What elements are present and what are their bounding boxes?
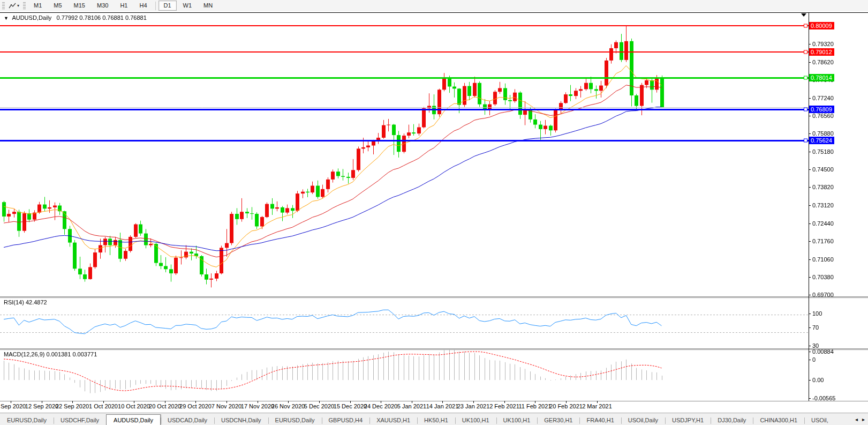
price-axis-tickmark: [809, 277, 811, 278]
tab-ger30-h1[interactable]: GER30,H1: [537, 415, 579, 425]
macd-panel-divider[interactable]: [0, 348, 868, 350]
price-line-badge: 0.78014: [809, 74, 834, 81]
price-axis-label: 0.76560: [812, 113, 834, 119]
chart-title: ▼ AUDUSD,Daily 0.77992 0.78106 0.76881 0…: [4, 14, 147, 21]
timeframe-button-h4[interactable]: H4: [134, 1, 152, 11]
macd-axis-label: -0.00565: [812, 395, 835, 401]
price-axis-tickmark: [809, 241, 811, 242]
tab-hk50-h1[interactable]: HK50,H1: [417, 415, 455, 425]
tab-usdchf-daily[interactable]: USDCHF,Daily: [54, 415, 106, 425]
tab-eurusd-daily[interactable]: EURUSD,Daily: [268, 415, 322, 425]
price-axis-tickmark: [809, 205, 811, 206]
line-anchor-marker[interactable]: [804, 138, 807, 142]
chevron-down-icon: ▾: [17, 3, 19, 8]
timeframe-toolbar: ▾ M1M5M15M30H1H4D1W1MN: [0, 0, 868, 12]
time-axis-label: 1 Oct 2020: [89, 403, 118, 409]
tab-usdcnh-daily[interactable]: USDCNH,Daily: [214, 415, 268, 425]
rsi-axis-tickmark: [809, 360, 811, 360]
timeframe-button-d1[interactable]: D1: [158, 1, 177, 11]
rsi-panel-divider[interactable]: [0, 296, 868, 298]
timeframe-button-h1[interactable]: H1: [115, 1, 133, 11]
time-axis-label: 20 Feb 2021: [549, 403, 583, 409]
macd-axis-label: 0.00884: [812, 348, 834, 355]
time-axis-label: 24 Dec 2020: [364, 403, 397, 409]
time-axis-label: 2 Mar 2021: [582, 403, 612, 409]
rsi-axis-tickmark: [809, 314, 811, 314]
rsi-axis-tickmark: [809, 346, 811, 346]
tab-fra40-h1[interactable]: FRA40,H1: [579, 415, 621, 425]
price-axis-label: 0.71060: [812, 256, 834, 263]
time-axis-label: 2 Feb 2021: [489, 403, 519, 409]
price-axis-label: 0.75180: [812, 148, 834, 155]
price-axis-tickmark: [809, 259, 811, 260]
price-axis-tickmark: [809, 116, 811, 116]
time-axis-label: 15 Dec 2020: [334, 403, 367, 409]
tab-eurusd-daily[interactable]: EURUSD,Daily: [0, 415, 54, 425]
tab-xauusd-h1[interactable]: XAUUSD,H1: [369, 415, 417, 425]
rsi-axis-label: 100: [812, 310, 822, 317]
toolbar-grip[interactable]: [23, 2, 26, 10]
tab-dj30-daily[interactable]: DJ30,Daily: [711, 415, 753, 425]
time-axis-label: 29 Oct 2020: [179, 403, 212, 409]
tab-scroll-left-icon[interactable]: ◂: [855, 416, 858, 422]
toolbar-grip[interactable]: [2, 2, 5, 10]
time-axis-label: 7 Nov 2020: [212, 403, 241, 409]
chart-window: ▼ AUDUSD,Daily 0.77992 0.78106 0.76881 0…: [0, 11, 868, 413]
price-chart-canvas[interactable]: [0, 13, 809, 296]
line-anchor-marker[interactable]: [804, 107, 807, 111]
macd-axis-tickmark: [809, 380, 811, 381]
price-axis-label: 0.79320: [812, 41, 834, 47]
time-axis-label: 22 Sep 2020: [56, 403, 89, 409]
rsi-axis-tickmark: [809, 327, 811, 328]
price-axis-tickmark: [809, 62, 811, 63]
line-studies-button[interactable]: ▾: [7, 1, 21, 11]
price-axis-border: [809, 12, 809, 401]
tab-uk100-h1[interactable]: UK100,H1: [496, 415, 538, 425]
price-axis-label: 0.77240: [812, 95, 834, 101]
price-axis-tickmark: [809, 169, 811, 170]
tab-scroll-controls: ◂ ▸: [852, 413, 868, 425]
price-axis-tickmark: [809, 44, 811, 44]
tab-audusd-daily[interactable]: AUDUSD,Daily: [106, 414, 161, 425]
tab-uk100-h1[interactable]: UK100,H1: [455, 415, 496, 425]
timeframe-button-m30[interactable]: M30: [92, 1, 114, 11]
price-axis-label: 0.69700: [812, 292, 834, 298]
time-axis-label: 14 Jan 2021: [426, 403, 459, 409]
tab-usoil-daily[interactable]: USOil,Daily: [621, 415, 665, 425]
time-axis-label: 5 Dec 2020: [304, 403, 334, 409]
time-axis-line: [0, 401, 868, 401]
time-axis-label: 3 Sep 2020: [0, 403, 26, 409]
rsi-panel-canvas[interactable]: [0, 298, 809, 348]
line-anchor-marker[interactable]: [804, 24, 807, 28]
price-line-badge: 0.76809: [809, 106, 834, 113]
timeframe-button-w1[interactable]: W1: [178, 1, 198, 11]
timeframe-button-m1[interactable]: M1: [28, 1, 47, 11]
timeframe-button-mn[interactable]: MN: [198, 1, 218, 11]
time-axis-label: 5 Jan 2021: [397, 403, 426, 409]
price-axis-tickmark: [809, 98, 811, 99]
tab-usdcad-daily[interactable]: USDCAD,Daily: [161, 415, 214, 425]
macd-panel-canvas[interactable]: [0, 350, 809, 401]
tab-usdjpy-h1[interactable]: USDJPY,H1: [665, 415, 711, 425]
line-anchor-marker[interactable]: [804, 76, 807, 80]
tab-usoil[interactable]: USOil,: [804, 415, 835, 425]
line-anchor-marker[interactable]: [804, 50, 807, 54]
price-axis-tickmark: [809, 133, 811, 134]
time-axis-label: 23 Jan 2021: [457, 403, 490, 409]
toolbar-separator: [155, 2, 156, 10]
timeframe-button-m5[interactable]: M5: [48, 1, 67, 11]
price-axis-tickmark: [809, 223, 811, 224]
price-axis-label: 0.71760: [812, 238, 834, 244]
price-line-badge: 0.75624: [809, 137, 834, 144]
line-studies-icon: [9, 3, 16, 9]
tab-scroll-right-icon[interactable]: ▸: [862, 416, 865, 422]
price-axis-label: 0.73120: [812, 202, 834, 208]
tab-gbpusd-h4[interactable]: GBPUSD,H4: [322, 415, 370, 425]
macd-axis-tickmark: [809, 398, 811, 399]
timeframe-button-m15[interactable]: M15: [69, 1, 90, 11]
price-axis-label: 0.72440: [812, 220, 834, 227]
price-line-badge: 0.80009: [809, 22, 834, 29]
rsi-indicator-label: RSI(14) 42.4872: [4, 299, 47, 305]
chart-shift-marker[interactable]: [801, 13, 806, 17]
tab-china300-h1[interactable]: CHINA300,H1: [753, 415, 804, 425]
